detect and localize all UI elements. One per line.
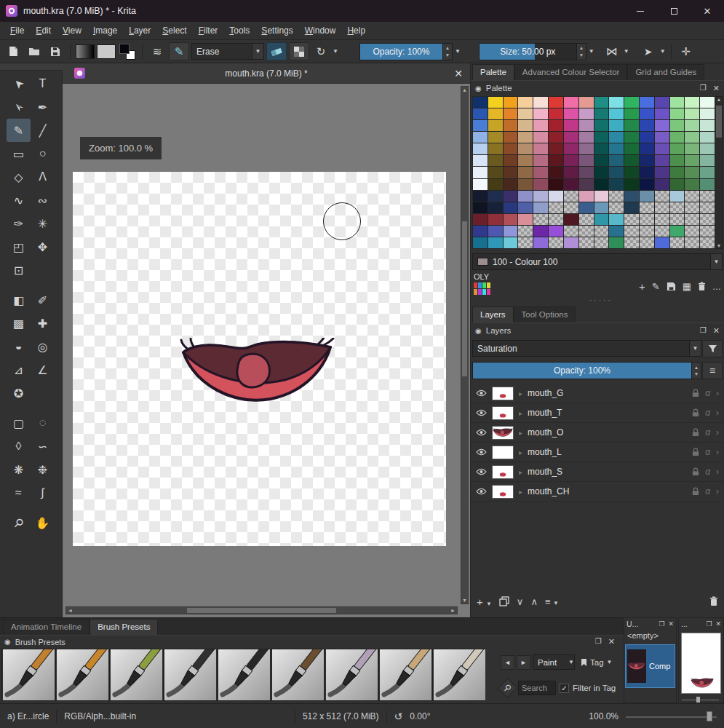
gradient-swatch-button[interactable] [76, 44, 95, 59]
brush-size-slider[interactable]: Size: 50.00 px ▲▼ [479, 43, 586, 60]
tool-pattern-edit[interactable]: ▩ [7, 312, 31, 335]
palette-swatch[interactable] [488, 132, 503, 143]
palette-swatch[interactable] [533, 226, 548, 237]
palette-swatch[interactable] [473, 120, 488, 131]
palette-empty-slot[interactable] [640, 237, 654, 248]
layer-lock-icon[interactable] [692, 389, 699, 397]
palette-empty-slot[interactable] [594, 237, 609, 248]
menu-layer[interactable]: Layer [123, 22, 156, 40]
reload-preset-button[interactable]: ↻ [311, 42, 330, 61]
close-docker-icon[interactable]: ✕ [608, 637, 615, 646]
palette-swatch[interactable] [518, 108, 533, 119]
tool-select-contiguous[interactable]: ❋ [7, 458, 31, 481]
palette-swatch[interactable] [518, 179, 533, 190]
tool-polyline[interactable]: Λ [31, 165, 55, 189]
document-size-button[interactable]: 512 x 512 (7.0 MiB) [303, 711, 379, 721]
tool-transform[interactable]: ◰ [7, 235, 31, 258]
layer-name[interactable]: mouth_S [528, 467, 562, 477]
palette-swatch[interactable] [564, 214, 578, 225]
tool-ellipse[interactable]: ○ [31, 142, 55, 165]
layer-chevron-icon[interactable]: › [716, 388, 719, 398]
layer-expand-icon[interactable]: ▸ [519, 429, 522, 437]
layer-expand-icon[interactable]: ▸ [519, 409, 522, 417]
add-layer-button[interactable]: + ▼ [477, 596, 492, 608]
palette-swatch[interactable] [685, 179, 699, 190]
previous-preset-button[interactable]: ◄ [501, 655, 514, 670]
palette-swatch[interactable] [533, 179, 548, 190]
tab-layers[interactable]: Layers [472, 306, 514, 323]
layer-options-button[interactable]: ≡ [702, 362, 723, 379]
palette-swatch[interactable] [655, 155, 669, 166]
palette-empty-slot[interactable] [700, 226, 715, 237]
eraser-mode-toggle[interactable] [266, 42, 287, 60]
scroll-down-icon[interactable]: ▼ [715, 243, 723, 248]
layer-row[interactable]: ▸mouth_Oα› [471, 423, 724, 443]
tool-reference-images[interactable]: ✪ [7, 381, 31, 405]
palette-empty-slot[interactable] [564, 226, 578, 237]
palette-swatch[interactable] [594, 167, 609, 178]
tool-assistants[interactable]: ⊿ [7, 358, 31, 381]
palette-swatch[interactable] [655, 179, 669, 190]
palette-swatch[interactable] [533, 202, 548, 213]
layer-lock-icon[interactable] [692, 487, 699, 496]
menu-help[interactable]: Help [341, 22, 371, 40]
tool-color-sampler[interactable]: ✐ [31, 288, 55, 312]
opacity-spinner[interactable]: ▲▼ [442, 44, 452, 60]
scroll-down-icon[interactable]: ▼ [461, 598, 468, 603]
palette-swatch[interactable] [594, 214, 609, 225]
combo-dropdown-button[interactable]: ▼ [710, 254, 722, 269]
close-docker-icon[interactable]: ✕ [668, 620, 674, 628]
palette-swatch[interactable] [533, 108, 548, 119]
layer-visibility-icon[interactable] [476, 488, 487, 495]
layer-name[interactable]: mouth_O [528, 427, 563, 438]
palette-empty-slot[interactable] [549, 202, 563, 213]
layer-expand-icon[interactable]: ▸ [519, 468, 522, 476]
float-docker-icon[interactable]: ❐ [595, 637, 602, 646]
palette-swatch[interactable] [624, 191, 639, 202]
palette-swatch[interactable] [700, 143, 715, 154]
palette-empty-slot[interactable] [624, 237, 639, 248]
palette-swatch[interactable] [579, 179, 594, 190]
palette-swatch[interactable] [609, 237, 624, 248]
mirror-horizontal-button[interactable]: ⋈ [602, 42, 621, 61]
foreground-background-colors[interactable] [118, 43, 137, 60]
layer-alpha-lock-icon[interactable]: α [705, 427, 710, 438]
palette-swatch[interactable] [518, 191, 533, 202]
tool-select-shapes[interactable]: ➤ [7, 72, 31, 95]
palette-swatch[interactable] [564, 237, 578, 248]
palette-swatch[interactable] [533, 132, 548, 143]
open-document-button[interactable] [25, 42, 44, 61]
filter-in-tag-checkbox[interactable]: ✓ [560, 684, 569, 693]
save-button[interactable] [46, 42, 65, 61]
tool-freehand-path[interactable]: ∾ [31, 189, 55, 212]
rotation-icon[interactable]: ↺ [394, 711, 403, 722]
palette-swatch[interactable] [473, 179, 488, 190]
palette-swatch[interactable] [488, 179, 503, 190]
tool-select-magnetic[interactable]: ∫ [31, 481, 55, 505]
palette-swatch[interactable] [488, 202, 503, 213]
palette-swatch[interactable] [473, 237, 488, 248]
palette-swatch[interactable] [473, 191, 488, 202]
layer-name[interactable]: mouth_T [528, 408, 562, 418]
minimize-button[interactable] [624, 0, 657, 22]
palette-empty-slot[interactable] [579, 226, 594, 237]
palette-empty-slot[interactable] [655, 191, 669, 202]
brush-size-spinner[interactable]: ▲▼ [576, 44, 586, 60]
brush-preset[interactable] [325, 649, 378, 701]
palette-empty-slot[interactable] [594, 226, 609, 237]
palette-swatch[interactable] [533, 120, 548, 131]
palette-swatch[interactable] [549, 191, 563, 202]
palette-empty-slot[interactable] [609, 191, 624, 202]
chevron-down-icon[interactable]: ▼ [589, 48, 594, 55]
palette-empty-slot[interactable] [700, 237, 715, 248]
brush-preset[interactable] [432, 649, 485, 701]
delete-layer-button[interactable] [709, 596, 718, 606]
tool-polygon[interactable]: ◇ [7, 165, 31, 189]
search-icon[interactable]: ⚲ [498, 678, 518, 698]
palette-swatch[interactable] [640, 132, 654, 143]
palette-swatch[interactable] [624, 155, 639, 166]
tool-smart-patch[interactable]: ✚ [31, 312, 55, 335]
save-palette-button[interactable] [667, 282, 676, 291]
palette-swatch[interactable] [670, 226, 685, 237]
workspace-chooser-button[interactable]: ✛ [677, 42, 696, 61]
